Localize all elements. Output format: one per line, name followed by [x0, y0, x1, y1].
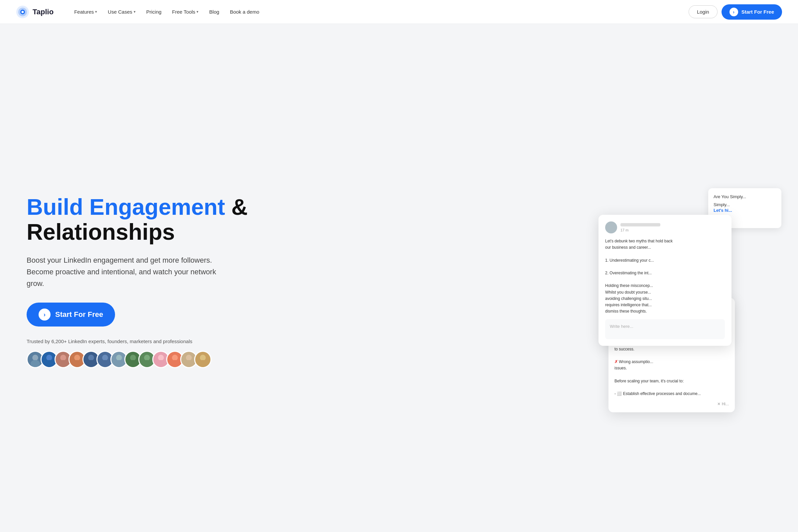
- svg-point-18: [130, 355, 136, 361]
- svg-point-7: [44, 360, 54, 367]
- svg-point-8: [60, 355, 66, 361]
- hero-section: Build Engagement & Relationships Boost y…: [0, 24, 798, 532]
- nav-blog[interactable]: Blog: [205, 6, 224, 17]
- svg-point-11: [73, 360, 82, 367]
- chevron-down-icon: ▾: [134, 10, 136, 14]
- svg-point-20: [144, 355, 150, 361]
- taplio-logo-icon: [16, 5, 29, 19]
- svg-point-17: [114, 360, 124, 367]
- chevron-down-icon: ▾: [196, 10, 198, 14]
- arrow-icon: ›: [729, 8, 738, 16]
- chevron-down-icon: ▾: [95, 10, 97, 14]
- panel-close-button[interactable]: ✕ Hi...: [717, 402, 729, 406]
- svg-point-22: [158, 355, 164, 361]
- hero-visual: Are You Simply... Simply... Let's hi... …: [259, 188, 772, 374]
- svg-point-9: [58, 360, 68, 367]
- panel-close-row: ✕ Hi...: [614, 402, 729, 406]
- avatar: [194, 351, 211, 368]
- svg-point-26: [186, 355, 192, 361]
- navbar: Taplio Features ▾ Use Cases ▾ Pricing Fr…: [0, 0, 798, 24]
- panel-container: Are You Simply... Simply... Let's hi... …: [598, 188, 772, 374]
- svg-point-28: [200, 355, 206, 361]
- svg-point-14: [102, 355, 108, 361]
- hero-title: Build Engagement & Relationships: [26, 194, 259, 244]
- svg-point-29: [198, 360, 208, 367]
- svg-point-5: [31, 360, 40, 367]
- panel-username: [621, 223, 660, 226]
- back-panel-title: Are You Simply...: [714, 193, 776, 200]
- hero-subtitle: Boost your LinkedIn engagement and get m…: [26, 254, 220, 290]
- svg-point-12: [88, 355, 94, 361]
- nav-cta-button[interactable]: › Start For Free: [722, 4, 782, 20]
- svg-point-24: [172, 355, 178, 361]
- nav-use-cases[interactable]: Use Cases ▾: [103, 6, 140, 17]
- brand-name: Taplio: [33, 8, 54, 16]
- svg-point-15: [100, 360, 110, 367]
- svg-point-10: [74, 355, 80, 361]
- svg-point-23: [156, 360, 166, 367]
- svg-point-16: [116, 355, 122, 361]
- svg-point-6: [46, 355, 52, 361]
- main-panel: 17 m Let's debunk two myths that hold ba…: [598, 215, 732, 346]
- nav-pricing[interactable]: Pricing: [141, 6, 166, 17]
- panel-content-text: Let's debunk two myths that hold back ou…: [605, 238, 725, 315]
- nav-actions: Login › Start For Free: [689, 4, 782, 20]
- hero-cta-button[interactable]: › Start For Free: [26, 303, 115, 326]
- panel-write-area[interactable]: Write here...: [605, 319, 725, 339]
- nav-features[interactable]: Features ▾: [70, 6, 102, 17]
- panel-avatar: [605, 222, 617, 233]
- nav-links: Features ▾ Use Cases ▾ Pricing Free Tool…: [70, 6, 689, 17]
- svg-point-4: [32, 355, 38, 361]
- svg-point-19: [128, 360, 138, 367]
- svg-point-25: [170, 360, 179, 367]
- svg-point-27: [184, 360, 193, 367]
- svg-point-13: [87, 360, 96, 367]
- nav-book-demo[interactable]: Book a demo: [225, 6, 264, 17]
- svg-point-3: [22, 11, 24, 13]
- trust-text: Trusted by 6,200+ LinkedIn experts, foun…: [26, 339, 259, 344]
- arrow-icon: ›: [39, 308, 51, 321]
- panel-user-row: 17 m: [605, 222, 725, 233]
- svg-point-21: [142, 360, 152, 367]
- login-button[interactable]: Login: [689, 5, 718, 18]
- avatar-row: [26, 351, 259, 368]
- panel-time: 17 m: [621, 228, 725, 232]
- hero-content: Build Engagement & Relationships Boost y…: [26, 194, 259, 368]
- panel-user-info: 17 m: [621, 223, 725, 232]
- back-panel-link[interactable]: Let's hi...: [714, 208, 776, 213]
- nav-free-tools[interactable]: Free Tools ▾: [168, 6, 204, 17]
- logo[interactable]: Taplio: [16, 5, 54, 19]
